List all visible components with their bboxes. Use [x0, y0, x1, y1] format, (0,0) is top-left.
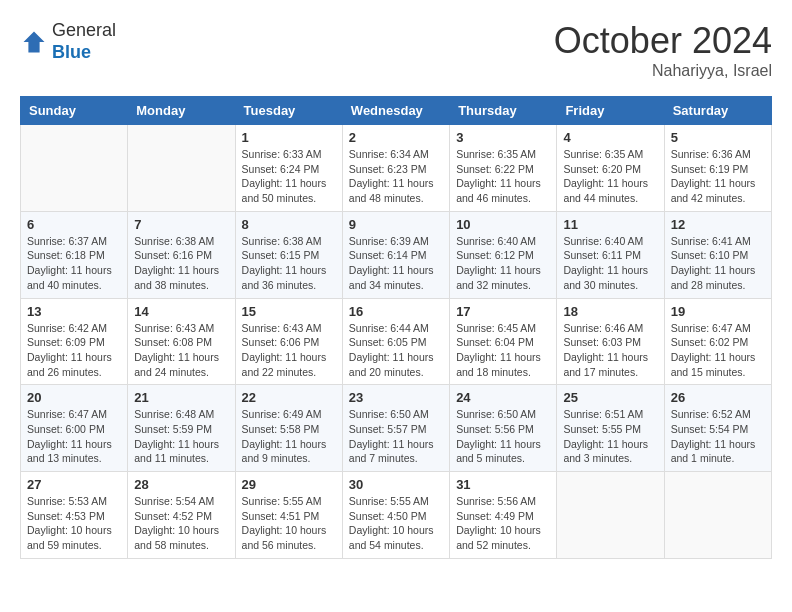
day-info: Sunrise: 5:55 AM Sunset: 4:51 PM Dayligh…: [242, 494, 336, 553]
day-cell: 20Sunrise: 6:47 AM Sunset: 6:00 PM Dayli…: [21, 385, 128, 472]
day-number: 12: [671, 217, 765, 232]
day-cell: 21Sunrise: 6:48 AM Sunset: 5:59 PM Dayli…: [128, 385, 235, 472]
day-cell: 16Sunrise: 6:44 AM Sunset: 6:05 PM Dayli…: [342, 298, 449, 385]
day-info: Sunrise: 6:40 AM Sunset: 6:12 PM Dayligh…: [456, 234, 550, 293]
day-cell: 25Sunrise: 6:51 AM Sunset: 5:55 PM Dayli…: [557, 385, 664, 472]
day-info: Sunrise: 6:43 AM Sunset: 6:06 PM Dayligh…: [242, 321, 336, 380]
day-number: 13: [27, 304, 121, 319]
day-number: 26: [671, 390, 765, 405]
day-info: Sunrise: 6:46 AM Sunset: 6:03 PM Dayligh…: [563, 321, 657, 380]
day-number: 24: [456, 390, 550, 405]
logo-blue: Blue: [52, 42, 116, 64]
day-info: Sunrise: 6:44 AM Sunset: 6:05 PM Dayligh…: [349, 321, 443, 380]
location-title: Nahariyya, Israel: [554, 62, 772, 80]
day-cell: 28Sunrise: 5:54 AM Sunset: 4:52 PM Dayli…: [128, 472, 235, 559]
day-number: 27: [27, 477, 121, 492]
day-number: 23: [349, 390, 443, 405]
day-number: 21: [134, 390, 228, 405]
day-info: Sunrise: 6:48 AM Sunset: 5:59 PM Dayligh…: [134, 407, 228, 466]
header-day-saturday: Saturday: [664, 97, 771, 125]
day-number: 31: [456, 477, 550, 492]
day-info: Sunrise: 5:54 AM Sunset: 4:52 PM Dayligh…: [134, 494, 228, 553]
day-cell: 4Sunrise: 6:35 AM Sunset: 6:20 PM Daylig…: [557, 125, 664, 212]
day-cell: 26Sunrise: 6:52 AM Sunset: 5:54 PM Dayli…: [664, 385, 771, 472]
day-info: Sunrise: 6:47 AM Sunset: 6:02 PM Dayligh…: [671, 321, 765, 380]
day-cell: 2Sunrise: 6:34 AM Sunset: 6:23 PM Daylig…: [342, 125, 449, 212]
day-cell: 5Sunrise: 6:36 AM Sunset: 6:19 PM Daylig…: [664, 125, 771, 212]
day-number: 15: [242, 304, 336, 319]
day-info: Sunrise: 6:35 AM Sunset: 6:20 PM Dayligh…: [563, 147, 657, 206]
day-info: Sunrise: 6:50 AM Sunset: 5:56 PM Dayligh…: [456, 407, 550, 466]
day-number: 6: [27, 217, 121, 232]
day-number: 30: [349, 477, 443, 492]
day-number: 10: [456, 217, 550, 232]
day-info: Sunrise: 5:55 AM Sunset: 4:50 PM Dayligh…: [349, 494, 443, 553]
day-cell: 10Sunrise: 6:40 AM Sunset: 6:12 PM Dayli…: [450, 211, 557, 298]
calendar-header: SundayMondayTuesdayWednesdayThursdayFrid…: [21, 97, 772, 125]
day-number: 28: [134, 477, 228, 492]
day-number: 1: [242, 130, 336, 145]
week-row-2: 6Sunrise: 6:37 AM Sunset: 6:18 PM Daylig…: [21, 211, 772, 298]
day-number: 3: [456, 130, 550, 145]
day-cell: 13Sunrise: 6:42 AM Sunset: 6:09 PM Dayli…: [21, 298, 128, 385]
day-number: 14: [134, 304, 228, 319]
day-number: 25: [563, 390, 657, 405]
day-info: Sunrise: 6:52 AM Sunset: 5:54 PM Dayligh…: [671, 407, 765, 466]
day-info: Sunrise: 6:39 AM Sunset: 6:14 PM Dayligh…: [349, 234, 443, 293]
day-cell: 8Sunrise: 6:38 AM Sunset: 6:15 PM Daylig…: [235, 211, 342, 298]
day-number: 5: [671, 130, 765, 145]
day-number: 18: [563, 304, 657, 319]
day-number: 17: [456, 304, 550, 319]
day-info: Sunrise: 6:33 AM Sunset: 6:24 PM Dayligh…: [242, 147, 336, 206]
logo-general: General: [52, 20, 116, 42]
header-day-monday: Monday: [128, 97, 235, 125]
day-cell: [128, 125, 235, 212]
day-info: Sunrise: 6:37 AM Sunset: 6:18 PM Dayligh…: [27, 234, 121, 293]
day-info: Sunrise: 6:51 AM Sunset: 5:55 PM Dayligh…: [563, 407, 657, 466]
day-cell: [21, 125, 128, 212]
day-cell: 30Sunrise: 5:55 AM Sunset: 4:50 PM Dayli…: [342, 472, 449, 559]
day-number: 16: [349, 304, 443, 319]
header-day-thursday: Thursday: [450, 97, 557, 125]
day-info: Sunrise: 6:50 AM Sunset: 5:57 PM Dayligh…: [349, 407, 443, 466]
week-row-1: 1Sunrise: 6:33 AM Sunset: 6:24 PM Daylig…: [21, 125, 772, 212]
day-cell: 15Sunrise: 6:43 AM Sunset: 6:06 PM Dayli…: [235, 298, 342, 385]
day-info: Sunrise: 5:56 AM Sunset: 4:49 PM Dayligh…: [456, 494, 550, 553]
day-info: Sunrise: 6:43 AM Sunset: 6:08 PM Dayligh…: [134, 321, 228, 380]
day-cell: 31Sunrise: 5:56 AM Sunset: 4:49 PM Dayli…: [450, 472, 557, 559]
day-cell: 17Sunrise: 6:45 AM Sunset: 6:04 PM Dayli…: [450, 298, 557, 385]
day-number: 4: [563, 130, 657, 145]
day-info: Sunrise: 6:49 AM Sunset: 5:58 PM Dayligh…: [242, 407, 336, 466]
month-title: October 2024: [554, 20, 772, 62]
day-cell: 3Sunrise: 6:35 AM Sunset: 6:22 PM Daylig…: [450, 125, 557, 212]
day-number: 20: [27, 390, 121, 405]
title-block: October 2024 Nahariyya, Israel: [554, 20, 772, 80]
week-row-4: 20Sunrise: 6:47 AM Sunset: 6:00 PM Dayli…: [21, 385, 772, 472]
calendar-body: 1Sunrise: 6:33 AM Sunset: 6:24 PM Daylig…: [21, 125, 772, 559]
svg-marker-0: [24, 31, 45, 52]
day-cell: 23Sunrise: 6:50 AM Sunset: 5:57 PM Dayli…: [342, 385, 449, 472]
day-info: Sunrise: 6:41 AM Sunset: 6:10 PM Dayligh…: [671, 234, 765, 293]
day-info: Sunrise: 6:34 AM Sunset: 6:23 PM Dayligh…: [349, 147, 443, 206]
header-row: SundayMondayTuesdayWednesdayThursdayFrid…: [21, 97, 772, 125]
day-info: Sunrise: 6:40 AM Sunset: 6:11 PM Dayligh…: [563, 234, 657, 293]
logo: General Blue: [20, 20, 116, 63]
day-cell: 22Sunrise: 6:49 AM Sunset: 5:58 PM Dayli…: [235, 385, 342, 472]
day-cell: [557, 472, 664, 559]
day-info: Sunrise: 6:38 AM Sunset: 6:15 PM Dayligh…: [242, 234, 336, 293]
logo-text: General Blue: [52, 20, 116, 63]
day-info: Sunrise: 6:47 AM Sunset: 6:00 PM Dayligh…: [27, 407, 121, 466]
day-info: Sunrise: 6:35 AM Sunset: 6:22 PM Dayligh…: [456, 147, 550, 206]
day-cell: 19Sunrise: 6:47 AM Sunset: 6:02 PM Dayli…: [664, 298, 771, 385]
day-info: Sunrise: 6:36 AM Sunset: 6:19 PM Dayligh…: [671, 147, 765, 206]
day-number: 19: [671, 304, 765, 319]
day-cell: 7Sunrise: 6:38 AM Sunset: 6:16 PM Daylig…: [128, 211, 235, 298]
calendar-table: SundayMondayTuesdayWednesdayThursdayFrid…: [20, 96, 772, 559]
header-day-wednesday: Wednesday: [342, 97, 449, 125]
day-info: Sunrise: 6:38 AM Sunset: 6:16 PM Dayligh…: [134, 234, 228, 293]
day-number: 8: [242, 217, 336, 232]
day-cell: 9Sunrise: 6:39 AM Sunset: 6:14 PM Daylig…: [342, 211, 449, 298]
week-row-5: 27Sunrise: 5:53 AM Sunset: 4:53 PM Dayli…: [21, 472, 772, 559]
day-cell: 18Sunrise: 6:46 AM Sunset: 6:03 PM Dayli…: [557, 298, 664, 385]
header-day-tuesday: Tuesday: [235, 97, 342, 125]
